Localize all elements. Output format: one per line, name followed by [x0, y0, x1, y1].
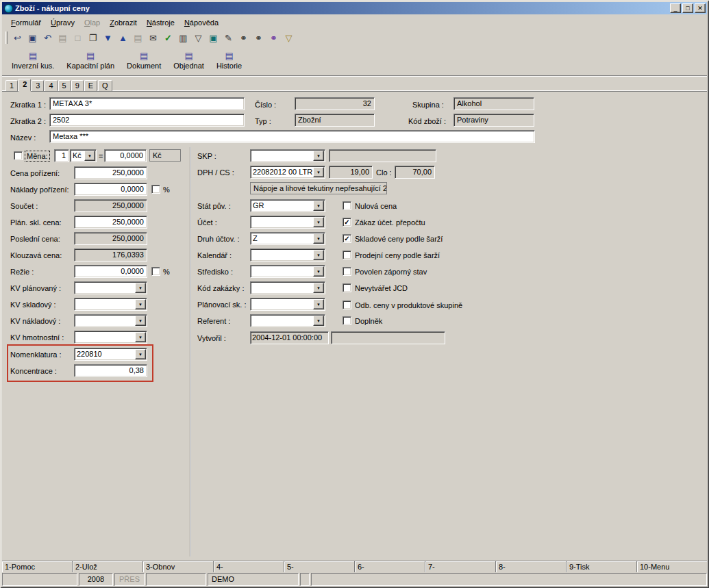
close-button[interactable]: ✕ — [695, 3, 706, 13]
copy-icon[interactable]: ❐ — [86, 31, 100, 44]
fkey-2-uloz[interactable]: 2-Ulož — [73, 561, 143, 572]
checkbox-povolen-zaporny-stav[interactable] — [343, 267, 351, 276]
rezie-percent-checkbox[interactable] — [151, 267, 160, 276]
toolbar-grip[interactable] — [5, 31, 8, 44]
planovaci-sk-combo[interactable]: ▼ — [250, 298, 325, 311]
menu-formular[interactable]: Formulář — [6, 17, 46, 28]
filter-icon[interactable]: ▽ — [191, 31, 206, 44]
move-up-icon[interactable]: ▲ — [116, 31, 130, 44]
chevron-down-icon[interactable]: ▼ — [135, 283, 146, 293]
fkey-4[interactable]: 4- — [214, 561, 284, 572]
inverzni-kus-button[interactable]: ▤ Inverzní kus. — [6, 48, 60, 73]
kv-hmotnostni-combo[interactable]: ▼ — [74, 331, 147, 344]
checkbox-skladove-ceny-podle-sarzi[interactable]: ✓ — [343, 234, 351, 243]
chevron-down-icon[interactable]: ▼ — [135, 299, 146, 309]
maximize-button[interactable]: □ — [682, 3, 693, 13]
fkey-3-obnov[interactable]: 3-Obnov — [143, 561, 214, 572]
tab-3[interactable]: 3 — [32, 80, 44, 91]
tab-5[interactable]: 5 — [58, 80, 71, 91]
fkey-9-tisk[interactable]: 9-Tisk — [567, 561, 637, 572]
chevron-down-icon[interactable]: ▼ — [135, 332, 146, 342]
fkey-5[interactable]: 5- — [284, 561, 355, 572]
dokument-button[interactable]: ▤ Dokument — [121, 48, 166, 73]
tab-q[interactable]: Q — [98, 80, 112, 91]
tab-2[interactable]: 2 — [18, 79, 31, 92]
checkbox-prodejni-ceny-podle-sarzi[interactable] — [343, 251, 351, 259]
naklady-percent-checkbox[interactable] — [151, 185, 160, 194]
checkbox-zakaz-ucet-prepoctu[interactable]: ✓ — [343, 218, 351, 227]
fkey-8[interactable]: 8- — [496, 561, 567, 572]
edit-icon[interactable]: ✎ — [221, 31, 236, 44]
druh-uctov-combo[interactable]: Z ▼ — [250, 232, 325, 245]
kapacitni-plan-button[interactable]: ▤ Kapacitní plán — [61, 48, 120, 73]
cena-porizeni-input[interactable]: 250,0000 — [74, 166, 147, 179]
kv-nakladovy-combo[interactable]: ▼ — [74, 314, 147, 327]
minimize-button[interactable]: _ — [670, 3, 681, 13]
historie-button[interactable]: ▤ Historie — [211, 48, 247, 73]
rezie-input[interactable]: 0,0000 — [74, 265, 147, 278]
move-down-icon[interactable]: ▼ — [101, 31, 115, 44]
mena-qty-input[interactable]: 1 — [54, 149, 69, 162]
tab-e[interactable]: E — [84, 80, 97, 91]
chevron-down-icon[interactable]: ▼ — [313, 233, 324, 244]
menu-upravy[interactable]: Úpravy — [46, 17, 79, 28]
tab-1[interactable]: 1 — [5, 80, 18, 91]
chevron-down-icon[interactable]: ▼ — [135, 349, 146, 359]
preview-icon[interactable]: ▥ — [176, 31, 190, 44]
nomenklatura-combo[interactable]: 220810 ▼ — [74, 348, 147, 361]
skp-combo[interactable]: ▼ — [250, 149, 325, 162]
chevron-down-icon[interactable]: ▼ — [313, 299, 324, 309]
ucet-combo[interactable]: ▼ — [250, 216, 325, 229]
chevron-down-icon[interactable]: ▼ — [313, 167, 324, 177]
chevron-down-icon[interactable]: ▼ — [313, 250, 324, 260]
apply-changes-icon[interactable]: ✓ — [161, 31, 175, 44]
menu-nastroje[interactable]: Nástroje — [142, 17, 179, 28]
fkey-6[interactable]: 6- — [355, 561, 425, 572]
objednat-button[interactable]: ▤ Objednat — [168, 48, 210, 73]
menu-zobrazit[interactable]: Zobrazit — [105, 17, 142, 28]
fkey-7[interactable]: 7- — [425, 561, 496, 572]
kalendar-combo[interactable]: ▼ — [250, 248, 325, 261]
stat-puv-combo[interactable]: GR ▼ — [250, 199, 325, 212]
mena-currency-combo[interactable]: Kč ▼ — [70, 149, 97, 162]
undo-icon[interactable]: ↶ — [40, 31, 55, 44]
koncentrace-input[interactable]: 0,38 — [74, 364, 147, 377]
checkbox-odb-ceny-v-produktove-skupine[interactable] — [343, 301, 351, 309]
zkratka1-input[interactable]: METAXA 3* — [49, 97, 245, 110]
fkey-1-pomoc[interactable]: 1-Pomoc — [2, 561, 73, 572]
find-next-icon[interactable]: ⚭ — [251, 31, 266, 44]
kv-skladovy-combo[interactable]: ▼ — [74, 298, 147, 311]
chevron-down-icon[interactable]: ▼ — [313, 283, 324, 293]
find-icon[interactable]: ⚭ — [236, 31, 251, 44]
zkratka2-input[interactable]: 2502 — [49, 114, 245, 127]
chevron-down-icon[interactable]: ▼ — [313, 266, 324, 277]
exit-form-icon[interactable]: ↩ — [10, 31, 25, 44]
chevron-down-icon[interactable]: ▼ — [135, 316, 146, 326]
filter-values-icon[interactable]: ▽ — [282, 31, 296, 44]
plan-skl-cena-input[interactable]: 250,0000 — [74, 216, 147, 229]
save-variant-icon[interactable]: ▣ — [206, 31, 221, 44]
tab-9[interactable]: 9 — [71, 80, 84, 91]
referent-combo[interactable]: ▼ — [250, 314, 325, 327]
save-icon[interactable]: ▣ — [25, 31, 40, 44]
find-tagged-icon[interactable]: ⚭ — [266, 31, 281, 44]
mena-rate-input[interactable]: 0,0000 — [104, 149, 147, 162]
kv-planovany-combo[interactable]: ▼ — [74, 281, 147, 294]
stredisko-combo[interactable]: ▼ — [250, 265, 325, 278]
nazev-input[interactable]: Metaxa *** — [49, 130, 535, 143]
tab-4[interactable]: 4 — [45, 80, 57, 91]
mail-icon[interactable]: ✉ — [146, 31, 160, 44]
naklady-porizeni-input[interactable]: 0,0000 — [74, 183, 147, 196]
dph-cs-combo[interactable]: 22082012 00 LTR ▼ — [250, 166, 325, 179]
checkbox-nevytvaret-jcd[interactable] — [343, 283, 351, 292]
chevron-down-icon[interactable]: ▼ — [313, 217, 324, 227]
menu-napoveda[interactable]: Nápověda — [179, 17, 223, 28]
chevron-down-icon[interactable]: ▼ — [313, 201, 324, 211]
chevron-down-icon[interactable]: ▼ — [313, 151, 324, 161]
checkbox-nulova-cena[interactable] — [343, 201, 351, 210]
chevron-down-icon[interactable]: ▼ — [84, 151, 95, 161]
chevron-down-icon[interactable]: ▼ — [313, 316, 324, 326]
mena-checkbox[interactable] — [14, 151, 23, 160]
fkey-10-menu[interactable]: 10-Menu — [637, 561, 707, 572]
checkbox-doplnek[interactable] — [343, 316, 351, 325]
